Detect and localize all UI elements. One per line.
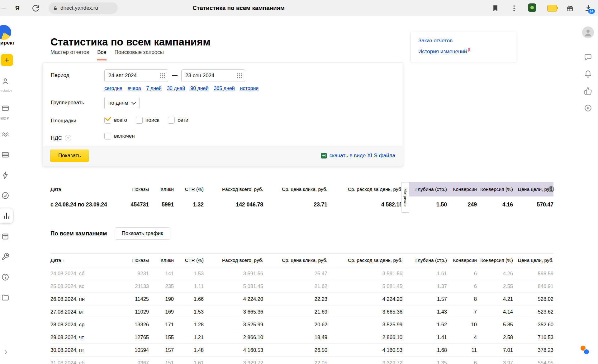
tab-all[interactable]: Все	[97, 49, 106, 60]
minimize-dash-icon	[2, 8, 6, 8]
quick-range-90days[interactable]: 90 дней	[190, 86, 208, 91]
column-header-conversion-rate[interactable]: Конверсия (%)	[477, 258, 513, 263]
cell-impressions: 9367	[112, 360, 149, 364]
daily-table-header: Дата↑ Показы Клики CTR (%) Расход всего,…	[50, 253, 553, 267]
column-header-impressions: Показы	[112, 182, 149, 196]
cell-impressions: 12765	[112, 334, 149, 340]
cell-goal-cost: 528.02	[513, 296, 553, 302]
avatar[interactable]	[582, 26, 594, 38]
group-select[interactable]: по дням	[104, 97, 140, 109]
column-header-goal-cost[interactable]: Цена цели, руб.	[513, 258, 553, 263]
cell-total-cost: 3 591.56	[204, 271, 263, 277]
group-row: Группировать по дням	[51, 97, 395, 109]
wrench-icon[interactable]	[1, 253, 9, 261]
filter-panel: Период —	[42, 62, 403, 166]
column-header-avg-daily-cost[interactable]: Ср. расход за день, руб.	[327, 258, 402, 263]
cell-date: 24.08.2024, сб	[50, 271, 112, 277]
download-xls-link[interactable]: скачать в виде XLS-файла	[321, 153, 395, 159]
cell-depth: 1.57	[402, 296, 447, 302]
platform-checkbox-networks[interactable]	[168, 117, 175, 124]
cell-conversion-rate: 4.26	[477, 271, 513, 277]
cell-date: 26.08.2024, пн	[50, 296, 112, 302]
column-header-ctr[interactable]: CTR (%)	[174, 258, 204, 263]
reload-icon[interactable]	[32, 4, 40, 12]
bookmark-icon[interactable]	[491, 4, 499, 12]
column-header-avg-cpc[interactable]: Ср. цена клика, руб.	[263, 258, 327, 263]
campaign-list-icon[interactable]	[1, 151, 9, 159]
wallet-icon[interactable]	[1, 104, 9, 112]
vat-checkbox[interactable]	[104, 133, 111, 139]
direct-logo[interactable]	[0, 25, 11, 40]
moderation-check-icon[interactable]	[1, 191, 9, 200]
cell-conversion-rate: 3.97	[477, 360, 513, 364]
statistics-nav-active[interactable]	[0, 208, 13, 223]
date-to-input[interactable]	[181, 69, 245, 82]
metrika-options-icon[interactable]	[548, 186, 554, 192]
calendar-icon[interactable]	[237, 73, 242, 78]
cell-conversions: 6	[447, 283, 477, 289]
calendar-icon[interactable]	[160, 73, 165, 78]
tab-search-queries[interactable]: Поисковые запросы	[115, 49, 164, 60]
show-button[interactable]: Показать	[50, 149, 89, 162]
downloads-badge: 14	[588, 9, 595, 14]
metrika-vertical-tab[interactable]: Метрика»	[401, 182, 409, 213]
column-header-impressions[interactable]: Показы	[112, 258, 149, 263]
quick-range-7days[interactable]: 7 дней	[146, 86, 162, 91]
widget-blue-icon[interactable]	[583, 349, 590, 355]
play-circle-icon[interactable]	[584, 104, 592, 112]
cell-avg-cpc: 22.23	[263, 296, 327, 302]
address-bar[interactable]: direct.yandex.ru	[49, 2, 118, 14]
cell-date: 25.08.2024, вс	[50, 283, 112, 289]
cell-total-cost: 3 525.99	[204, 322, 263, 328]
platform-checkbox-total[interactable]	[104, 117, 111, 124]
daily-table-row: 29.08.2024, чт 12765 155 1.21 2 866.10 1…	[50, 331, 553, 344]
support-widget[interactable]	[580, 345, 592, 357]
vat-option[interactable]: включен	[104, 133, 135, 139]
account-icon[interactable]	[1, 77, 9, 85]
cell-avg-cpc: 21.62	[263, 283, 327, 289]
downloads-button[interactable]: 14	[584, 4, 592, 12]
chat-icon[interactable]	[584, 53, 592, 61]
show-chart-button[interactable]: Показать график	[115, 227, 170, 240]
cell-avg-cpc: 18.49	[263, 334, 327, 340]
platform-checkbox-search[interactable]	[136, 117, 143, 124]
gift-icon[interactable]	[566, 4, 574, 12]
thumbs-up-icon[interactable]	[584, 87, 592, 95]
help-icon[interactable]: ?	[65, 135, 71, 141]
column-header-total-cost[interactable]: Расход всего, руб.	[204, 258, 263, 263]
daily-table: Дата↑ Показы Клики CTR (%) Расход всего,…	[50, 253, 553, 364]
tab-report-wizard[interactable]: Мастер отчетов	[50, 49, 89, 60]
right-rail	[578, 16, 598, 364]
yandex-browser-logo[interactable]: Я	[12, 3, 22, 13]
bolt-icon[interactable]	[1, 171, 9, 179]
extension-battery-icon[interactable]	[547, 5, 557, 12]
period-row: Период —	[51, 69, 395, 91]
platform-option-search[interactable]: поиск	[136, 117, 159, 124]
folder-icon[interactable]	[1, 293, 9, 301]
expand-rail-chevron-icon[interactable]	[2, 349, 9, 356]
column-header-clicks[interactable]: Клики	[149, 258, 174, 263]
info-icon[interactable]	[1, 273, 9, 281]
create-campaign-button[interactable]: +	[1, 54, 13, 66]
quick-range-yesterday[interactable]: вчера	[128, 86, 141, 91]
cell-avg-daily-cost: 3 665.36	[327, 309, 402, 315]
quick-range-365days[interactable]: 365 дней	[214, 86, 235, 91]
extension-adblock-icon[interactable]	[528, 3, 536, 12]
date-from-input[interactable]	[104, 69, 168, 82]
platform-option-networks[interactable]: сети	[168, 117, 188, 124]
cell-date: 28.08.2024, ср	[50, 322, 112, 328]
change-history-link[interactable]: История измененийβ	[418, 48, 509, 55]
menu-dots-icon[interactable]	[510, 4, 518, 12]
quick-range-history[interactable]: история	[240, 86, 259, 91]
quick-range-today[interactable]: сегодня	[104, 86, 122, 91]
column-header-depth[interactable]: Глубина (стр.)	[402, 258, 447, 263]
trends-icon[interactable]	[1, 130, 9, 139]
column-header-date-sortable[interactable]: Дата↑	[50, 258, 112, 263]
archive-icon[interactable]	[1, 232, 9, 240]
bell-icon[interactable]	[584, 70, 592, 78]
column-header-conversions[interactable]: Конверсии	[447, 258, 477, 263]
order-reports-link[interactable]: Заказ отчетов	[418, 38, 509, 44]
quick-range-30days[interactable]: 30 дней	[167, 86, 185, 91]
platform-option-total[interactable]: всего	[104, 117, 127, 124]
cell-ctr: 1.53	[174, 271, 204, 277]
